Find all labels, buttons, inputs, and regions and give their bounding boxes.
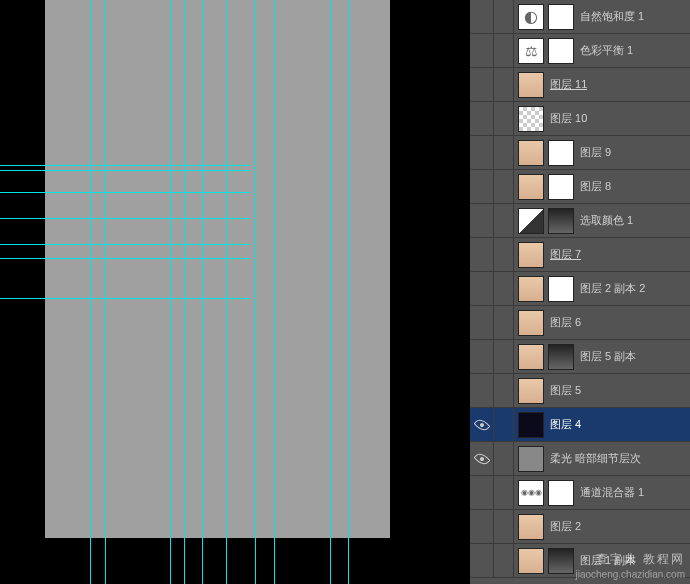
visibility-toggle[interactable] bbox=[470, 272, 494, 305]
layer-name[interactable]: 图层 10 bbox=[544, 111, 587, 126]
canvas-area[interactable] bbox=[0, 0, 470, 584]
visibility-toggle[interactable] bbox=[470, 306, 494, 339]
layer-thumbnail[interactable] bbox=[518, 4, 544, 30]
layer-thumbnail[interactable] bbox=[548, 548, 574, 574]
layer-name[interactable]: 选取颜色 1 bbox=[574, 213, 633, 228]
layer-thumbnail[interactable] bbox=[548, 208, 574, 234]
layer-row[interactable]: 图层 11 bbox=[470, 68, 690, 102]
layer-name[interactable]: 柔光 暗部细节层次 bbox=[544, 451, 641, 466]
layer-row[interactable]: 自然饱和度 1 bbox=[470, 0, 690, 34]
guide-vertical[interactable] bbox=[170, 0, 171, 584]
guide-vertical[interactable] bbox=[255, 0, 256, 584]
layer-thumbnail[interactable] bbox=[518, 174, 544, 200]
guide-vertical[interactable] bbox=[90, 0, 91, 584]
layer-thumbnail[interactable] bbox=[518, 276, 544, 302]
layer-thumbnail[interactable] bbox=[518, 38, 544, 64]
guide-horizontal[interactable] bbox=[0, 258, 250, 259]
layer-name[interactable]: 图层 8 bbox=[574, 179, 611, 194]
layer-row[interactable]: 图层 7 bbox=[470, 238, 690, 272]
guide-vertical[interactable] bbox=[202, 0, 203, 584]
layer-thumbnail[interactable] bbox=[518, 446, 544, 472]
layer-thumbnail[interactable] bbox=[518, 310, 544, 336]
layer-name[interactable]: 图层 5 副本 bbox=[574, 349, 636, 364]
guide-vertical[interactable] bbox=[348, 0, 349, 584]
layer-name[interactable]: 图层 7 bbox=[544, 247, 581, 262]
layer-thumbnail[interactable] bbox=[518, 514, 544, 540]
guide-vertical[interactable] bbox=[330, 0, 331, 584]
layer-thumbnail[interactable] bbox=[518, 480, 544, 506]
layer-row[interactable]: 图层 9 bbox=[470, 136, 690, 170]
layer-row[interactable]: 图层 5 副本 bbox=[470, 340, 690, 374]
layer-thumbnail[interactable] bbox=[548, 480, 574, 506]
layer-row[interactable]: 图层 5 bbox=[470, 374, 690, 408]
layer-name[interactable]: 图层 5 bbox=[544, 383, 581, 398]
layer-thumbnail[interactable] bbox=[548, 140, 574, 166]
visibility-toggle[interactable] bbox=[470, 34, 494, 67]
layers-panel[interactable]: 自然饱和度 1色彩平衡 1图层 11图层 10图层 9图层 8选取颜色 1图层 … bbox=[470, 0, 690, 584]
visibility-toggle[interactable] bbox=[470, 0, 494, 33]
layer-row[interactable]: 图层 6 bbox=[470, 306, 690, 340]
guide-horizontal[interactable] bbox=[0, 165, 250, 166]
layer-thumbnail[interactable] bbox=[518, 72, 544, 98]
layer-row[interactable]: 柔光 暗部细节层次 bbox=[470, 442, 690, 476]
layer-thumbnail[interactable] bbox=[548, 38, 574, 64]
layer-thumbnail[interactable] bbox=[548, 344, 574, 370]
visibility-toggle[interactable] bbox=[470, 408, 494, 441]
layer-thumbs bbox=[514, 378, 544, 404]
visibility-toggle[interactable] bbox=[470, 102, 494, 135]
layer-row[interactable]: 图层 2 副本 2 bbox=[470, 272, 690, 306]
visibility-toggle[interactable] bbox=[470, 68, 494, 101]
layer-name[interactable]: 图层 6 bbox=[544, 315, 581, 330]
layer-name[interactable]: 色彩平衡 1 bbox=[574, 43, 633, 58]
layer-row[interactable]: 图层 8 bbox=[470, 170, 690, 204]
visibility-toggle[interactable] bbox=[470, 476, 494, 509]
layer-row[interactable]: 图层 2 bbox=[470, 510, 690, 544]
layer-thumbnail[interactable] bbox=[518, 208, 544, 234]
guide-vertical[interactable] bbox=[105, 0, 106, 584]
layer-thumbnail[interactable] bbox=[518, 378, 544, 404]
guide-horizontal[interactable] bbox=[0, 218, 250, 219]
artboard-overlay bbox=[45, 0, 390, 538]
layer-thumbnail[interactable] bbox=[518, 106, 544, 132]
layer-thumbnail[interactable] bbox=[518, 242, 544, 268]
layer-name[interactable]: 图层 9 bbox=[574, 145, 611, 160]
layer-name[interactable]: 通道混合器 1 bbox=[574, 485, 644, 500]
guide-vertical[interactable] bbox=[184, 0, 185, 584]
layer-thumbnail[interactable] bbox=[518, 548, 544, 574]
guide-horizontal[interactable] bbox=[0, 298, 250, 299]
visibility-toggle[interactable] bbox=[470, 340, 494, 373]
layer-name[interactable]: 图层 11 bbox=[544, 77, 587, 92]
visibility-toggle[interactable] bbox=[470, 544, 494, 577]
visibility-toggle[interactable] bbox=[470, 204, 494, 237]
guide-vertical[interactable] bbox=[274, 0, 275, 584]
layer-row[interactable]: 通道混合器 1 bbox=[470, 476, 690, 510]
layer-thumbnail[interactable] bbox=[548, 4, 574, 30]
layer-thumbs bbox=[514, 310, 544, 336]
visibility-toggle[interactable] bbox=[470, 374, 494, 407]
layer-name[interactable]: 图层 4 bbox=[544, 417, 581, 432]
layer-thumbnail[interactable] bbox=[518, 412, 544, 438]
layer-row[interactable]: 色彩平衡 1 bbox=[470, 34, 690, 68]
layer-thumbnail[interactable] bbox=[548, 276, 574, 302]
layer-name[interactable]: 图层 2 bbox=[544, 519, 581, 534]
visibility-toggle[interactable] bbox=[470, 136, 494, 169]
layer-row[interactable]: 图层 4 bbox=[470, 408, 690, 442]
link-col bbox=[494, 68, 514, 101]
layer-name[interactable]: 图层 2 副本 2 bbox=[574, 281, 645, 296]
guide-horizontal[interactable] bbox=[0, 170, 250, 171]
guide-horizontal[interactable] bbox=[0, 244, 250, 245]
guide-vertical[interactable] bbox=[226, 0, 227, 584]
visibility-toggle[interactable] bbox=[470, 238, 494, 271]
layer-thumbnail[interactable] bbox=[518, 344, 544, 370]
layer-name[interactable]: 自然饱和度 1 bbox=[574, 9, 644, 24]
layer-row[interactable]: 选取颜色 1 bbox=[470, 204, 690, 238]
visibility-toggle[interactable] bbox=[470, 510, 494, 543]
visibility-toggle[interactable] bbox=[470, 170, 494, 203]
layer-thumbs bbox=[514, 208, 574, 234]
layer-thumbs bbox=[514, 140, 574, 166]
guide-horizontal[interactable] bbox=[0, 192, 250, 193]
visibility-toggle[interactable] bbox=[470, 442, 494, 475]
layer-row[interactable]: 图层 10 bbox=[470, 102, 690, 136]
layer-thumbnail[interactable] bbox=[518, 140, 544, 166]
layer-thumbnail[interactable] bbox=[548, 174, 574, 200]
